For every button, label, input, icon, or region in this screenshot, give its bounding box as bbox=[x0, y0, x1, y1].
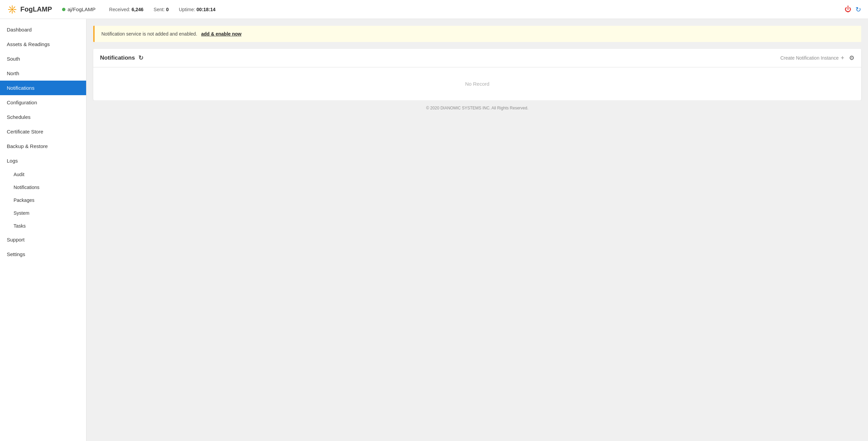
sidebar-item-certificate-store[interactable]: Certificate Store bbox=[0, 124, 86, 139]
add-enable-link[interactable]: add & enable now bbox=[201, 31, 241, 37]
warning-banner: Notification service is not added and en… bbox=[93, 26, 861, 42]
refresh-button[interactable]: ↻ bbox=[855, 5, 861, 14]
notifications-title-text: Notifications bbox=[100, 55, 135, 61]
uptime-stat: Uptime: 00:18:14 bbox=[179, 7, 215, 12]
sidebar-sub-item-system[interactable]: System bbox=[0, 207, 86, 219]
notifications-card-header: Notifications ↻ Create Notification Inst… bbox=[93, 49, 861, 67]
sidebar-sub-item-audit[interactable]: Audit bbox=[0, 168, 86, 181]
instance-name: aj/FogLAMP bbox=[67, 6, 96, 12]
sidebar-item-south[interactable]: South bbox=[0, 51, 86, 66]
sidebar-sub-item-packages[interactable]: Packages bbox=[0, 194, 86, 207]
header-stats: Received: 6,246 Sent: 0 Uptime: 00:18:14 bbox=[109, 7, 845, 12]
sidebar-item-assets-readings[interactable]: Assets & Readings bbox=[0, 37, 86, 51]
svg-line-8 bbox=[9, 10, 12, 13]
sidebar-item-support[interactable]: Support bbox=[0, 232, 86, 247]
notifications-card: Notifications ↻ Create Notification Inst… bbox=[93, 49, 861, 100]
sidebar-item-configuration[interactable]: Configuration bbox=[0, 95, 86, 110]
page-footer: © 2020 DIANOMIC SYSTEMS INC. All Rights … bbox=[93, 100, 861, 116]
sent-value: 0 bbox=[166, 7, 169, 12]
sidebar-sub-item-notifications-log[interactable]: Notifications bbox=[0, 181, 86, 194]
power-button[interactable]: ⏻ bbox=[845, 5, 851, 13]
sidebar-item-backup-restore[interactable]: Backup & Restore bbox=[0, 139, 86, 153]
foглamp-logo-icon bbox=[7, 4, 18, 15]
sidebar-sub-item-tasks[interactable]: Tasks bbox=[0, 219, 86, 232]
header-actions: ⏻ ↻ bbox=[845, 5, 861, 14]
warning-message: Notification service is not added and en… bbox=[101, 31, 241, 37]
instance-status: aj/FogLAMP bbox=[62, 6, 96, 12]
no-record-message: No Record bbox=[93, 67, 861, 100]
sidebar: Dashboard Assets & Readings South North … bbox=[0, 19, 86, 441]
sidebar-item-schedules[interactable]: Schedules bbox=[0, 110, 86, 124]
svg-line-5 bbox=[9, 6, 12, 8]
add-icon: + bbox=[841, 55, 844, 62]
sidebar-item-notifications[interactable]: Notifications bbox=[0, 81, 86, 95]
create-notification-button[interactable]: Create Notification Instance + bbox=[781, 55, 845, 62]
main-content: Notification service is not added and en… bbox=[86, 19, 868, 441]
notifications-refresh-icon[interactable]: ↻ bbox=[138, 54, 143, 62]
sidebar-item-dashboard[interactable]: Dashboard bbox=[0, 22, 86, 37]
svg-point-0 bbox=[11, 8, 13, 10]
sent-stat: Sent: 0 bbox=[154, 7, 169, 12]
notifications-settings-button[interactable]: ⚙ bbox=[849, 54, 854, 62]
status-dot bbox=[62, 8, 65, 11]
app-header: FogLAMP aj/FogLAMP Received: 6,246 Sent:… bbox=[0, 0, 868, 19]
received-stat: Received: 6,246 bbox=[109, 7, 143, 12]
notifications-title-area: Notifications ↻ bbox=[100, 54, 143, 62]
svg-line-6 bbox=[13, 10, 15, 13]
received-value: 6,246 bbox=[132, 7, 143, 12]
sidebar-item-logs[interactable]: Logs bbox=[0, 153, 86, 168]
svg-line-7 bbox=[13, 6, 15, 8]
create-notification-label: Create Notification Instance bbox=[781, 55, 839, 61]
notifications-actions: Create Notification Instance + ⚙ bbox=[781, 54, 855, 62]
app-name: FogLAMP bbox=[20, 5, 52, 13]
main-layout: Dashboard Assets & Readings South North … bbox=[0, 19, 868, 441]
sidebar-item-settings[interactable]: Settings bbox=[0, 247, 86, 261]
sidebar-item-north[interactable]: North bbox=[0, 66, 86, 81]
footer-text: © 2020 DIANOMIC SYSTEMS INC. All Rights … bbox=[426, 106, 529, 110]
logo-area: FogLAMP bbox=[7, 4, 52, 15]
uptime-value: 00:18:14 bbox=[197, 7, 216, 12]
